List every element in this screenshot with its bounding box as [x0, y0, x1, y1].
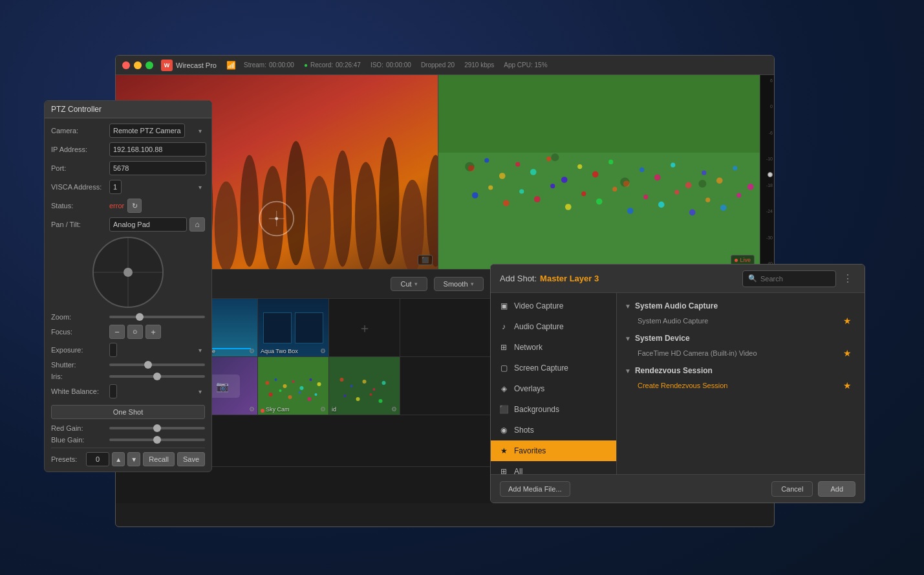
focus-buttons: − ⊙ +	[109, 325, 205, 339]
zoom-slider[interactable]	[109, 316, 205, 318]
rendezvous-star[interactable]: ★	[843, 380, 852, 391]
vmeter-thumb[interactable]	[768, 172, 773, 177]
section-system-device-title: System Device	[635, 334, 690, 343]
smooth-button[interactable]: Smooth ▾	[434, 277, 484, 291]
favorites-icon: ★	[499, 446, 509, 456]
smooth-arrow-icon: ▾	[471, 281, 474, 287]
sidebar-item-favorites[interactable]: ★ Favorites	[491, 440, 616, 461]
svg-point-59	[551, 153, 559, 161]
iris-slider[interactable]	[109, 375, 205, 378]
svg-point-33	[654, 175, 660, 181]
port-input[interactable]	[109, 161, 206, 175]
blue-gain-slider[interactable]	[109, 439, 205, 441]
shot-camera-settings-icon[interactable]: ⚙	[249, 406, 255, 413]
shot-aqua-title-settings-icon[interactable]: ⚙	[249, 347, 255, 354]
svg-point-53	[674, 190, 679, 195]
backgrounds-icon: ⬛	[499, 404, 509, 415]
focus-auto-button[interactable]: ⊙	[127, 325, 143, 339]
camera-select[interactable]: Remote PTZ Camera	[109, 124, 185, 138]
maximize-button[interactable]	[145, 61, 153, 69]
shutter-slider[interactable]	[109, 363, 205, 366]
rendezvous-item[interactable]: Create Rendezvous Session ★	[625, 378, 857, 393]
facetime-item[interactable]: FaceTime HD Camera (Built-in) Video ★	[625, 346, 857, 360]
pan-tilt-select[interactable]: Analog Pad	[109, 217, 187, 232]
visca-select[interactable]: 1	[109, 180, 122, 194]
svg-point-58	[465, 162, 474, 171]
record-status: ● Record: 00:26:47	[304, 61, 361, 69]
presets-up-button[interactable]: ▲	[112, 452, 125, 466]
sidebar-item-network[interactable]: ⊞ Network	[491, 337, 616, 358]
visca-select-wrap: 1	[109, 180, 205, 194]
presets-save-button[interactable]: Save	[177, 452, 205, 466]
sidebar-item-screen-capture[interactable]: ▢ Screen Capture	[491, 358, 616, 378]
minimize-button[interactable]	[134, 61, 142, 69]
shot-sky-cam[interactable]: Sky Cam ⚙	[258, 357, 329, 415]
presets-down-button[interactable]: ▼	[127, 452, 140, 466]
svg-point-11	[355, 162, 377, 269]
shot-sky-cam-settings-icon[interactable]: ⚙	[320, 406, 326, 413]
sidebar-all-label: All	[514, 467, 522, 474]
sidebar-item-video-capture[interactable]: ▣ Video Capture	[491, 296, 616, 316]
add-media-file-button[interactable]: Add Media File...	[500, 481, 570, 497]
svg-point-56	[720, 204, 726, 211]
focus-plus-button[interactable]: +	[145, 325, 161, 339]
svg-point-52	[658, 202, 664, 208]
svg-point-40	[471, 192, 478, 199]
svg-point-28	[577, 164, 582, 169]
sidebar-item-overlays[interactable]: ◈ Overlays	[491, 378, 616, 399]
create-rendezvous-link[interactable]: Create Rendezvous Session	[638, 382, 727, 389]
section-system-audio-toggle[interactable]: ▼	[625, 303, 631, 310]
close-button[interactable]	[122, 61, 130, 69]
app-logo: W	[161, 60, 173, 71]
system-audio-item[interactable]: System Audio Capture ★	[625, 314, 857, 328]
sidebar-item-audio-capture[interactable]: ♪ Audio Capture	[491, 316, 616, 337]
system-audio-star[interactable]: ★	[843, 316, 852, 326]
home-button[interactable]: ⌂	[189, 217, 205, 232]
one-shot-button[interactable]: One Shot	[51, 405, 205, 419]
section-system-device-toggle[interactable]: ▼	[625, 335, 631, 342]
facetime-star[interactable]: ★	[843, 348, 852, 358]
sidebar-video-capture-label: Video Capture	[514, 301, 564, 310]
presets-number[interactable]	[86, 452, 109, 466]
wb-select-wrap	[109, 384, 205, 398]
screen-capture-icon: ▢	[499, 363, 509, 373]
search-input[interactable]	[760, 275, 825, 283]
add-shot-button-row1[interactable]: ＋	[329, 299, 400, 357]
add-shot-footer: Add Media File... Cancel Add	[491, 474, 865, 503]
red-gain-slider[interactable]	[109, 427, 205, 429]
joystick[interactable]	[92, 237, 164, 308]
sidebar-item-shots[interactable]: ◉ Shots	[491, 420, 616, 440]
port-label: Port:	[51, 164, 109, 172]
add-button[interactable]: Add	[818, 481, 855, 497]
svg-point-68	[310, 378, 312, 381]
refresh-button[interactable]: ↻	[127, 199, 142, 213]
presets-recall-button[interactable]: Recall	[143, 452, 175, 466]
network-icon: ⊞	[499, 342, 509, 353]
wb-select[interactable]	[109, 384, 117, 398]
camera-select-wrap: Remote PTZ Camera	[109, 124, 205, 138]
iso-status: ISO: 00:00:00	[371, 61, 411, 69]
add-shot-search: 🔍	[742, 270, 836, 287]
exposure-label: Exposure:	[51, 346, 109, 354]
overlays-icon: ◈	[499, 384, 509, 394]
sidebar-item-all[interactable]: ⊞ All	[491, 461, 616, 474]
cut-button[interactable]: Cut ▾	[391, 277, 427, 291]
section-rendezvous-toggle[interactable]: ▼	[625, 367, 631, 374]
svg-point-27	[561, 177, 567, 183]
svg-point-37	[716, 177, 722, 184]
exposure-select[interactable]	[109, 343, 117, 357]
more-button[interactable]: ⋮	[840, 271, 855, 287]
joystick-area	[51, 237, 205, 308]
cancel-button[interactable]: Cancel	[771, 481, 813, 497]
svg-point-66	[292, 380, 295, 383]
shot-aqua-two-box-settings-icon[interactable]: ⚙	[320, 347, 326, 354]
titlebar: W Wirecast Pro 📶 Stream: 00:00:00 ● Reco…	[116, 56, 774, 75]
focus-minus-button[interactable]: −	[109, 325, 125, 339]
shot-misc-settings-icon[interactable]: ⚙	[391, 406, 397, 413]
all-icon: ⊞	[499, 466, 509, 474]
svg-point-51	[643, 195, 648, 199]
shot-misc[interactable]: id ⚙	[329, 357, 400, 415]
shot-aqua-two-box[interactable]: Aqua Two Box ⚙	[258, 299, 329, 357]
ip-input[interactable]	[109, 142, 206, 157]
sidebar-item-backgrounds[interactable]: ⬛ Backgrounds	[491, 399, 616, 420]
